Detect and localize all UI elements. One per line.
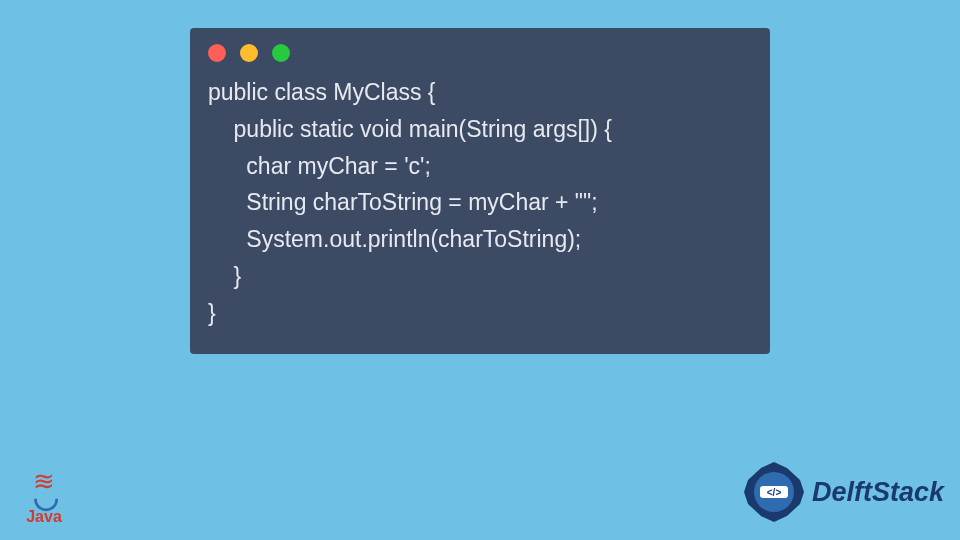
delftstack-logo: </> DelftStack — [742, 460, 944, 524]
delftstack-icon: </> — [742, 460, 806, 524]
java-cup-icon: ◡ — [18, 488, 70, 506]
maximize-icon — [272, 44, 290, 62]
code-line: char myChar = 'c'; — [208, 153, 431, 179]
svg-text:</>: </> — [767, 487, 782, 498]
delftstack-label: DelftStack — [812, 477, 944, 508]
code-line: } — [208, 263, 241, 289]
code-line: System.out.println(charToString); — [208, 226, 581, 252]
close-icon — [208, 44, 226, 62]
code-line: public static void main(String args[]) { — [208, 116, 612, 142]
minimize-icon — [240, 44, 258, 62]
java-logo: ≋ ◡ Java — [18, 475, 70, 526]
code-window: public class MyClass { public static voi… — [190, 28, 770, 354]
code-line: public class MyClass { — [208, 79, 436, 105]
code-block: public class MyClass { public static voi… — [190, 70, 770, 342]
java-label: Java — [18, 508, 70, 526]
code-line: } — [208, 300, 216, 326]
window-controls — [190, 28, 770, 70]
code-line: String charToString = myChar + ""; — [208, 189, 598, 215]
